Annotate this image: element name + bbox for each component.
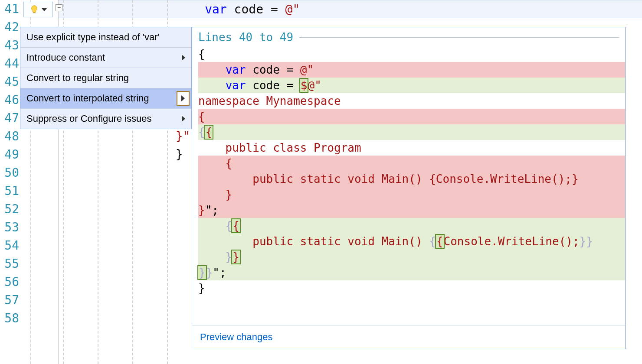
preview-body: { var code = @" var code = $@"namespace … (192, 46, 625, 325)
menu-item[interactable]: Suppress or Configure issues (20, 109, 191, 129)
preview-header: Lines 40 to 49 (192, 27, 625, 46)
preview-line: { (198, 156, 625, 171)
menu-item[interactable]: Convert to regular string (20, 68, 191, 88)
preview-line: var code = $@" (198, 78, 625, 93)
line-number: 46 (0, 91, 22, 109)
preview-line: {{ (198, 218, 625, 234)
preview-line: }}"; (198, 265, 625, 280)
code-line-41[interactable]: var code = @" (59, 0, 642, 18)
menu-item-label: Convert to interpolated string (26, 93, 149, 104)
outline-collapse-icon[interactable]: − (56, 4, 62, 11)
preview-line: { (198, 109, 625, 124)
line-number: 56 (0, 273, 22, 291)
preview-line: { (198, 46, 625, 62)
preview-line: {{ (198, 124, 625, 140)
line-number: 44 (0, 55, 22, 73)
line-number: 52 (0, 200, 22, 218)
line-number: 41 (0, 0, 22, 18)
preview-line: public static void Main() {Console.Write… (198, 171, 625, 187)
preview-header-text: Lines 40 to 49 (198, 31, 293, 44)
menu-item-label: Use explicit type instead of 'var' (26, 32, 160, 43)
menu-item[interactable]: Introduce constant (20, 48, 191, 68)
line-number: 48 (0, 127, 22, 146)
submenu-arrow-icon (177, 91, 190, 106)
submenu-arrow-icon (182, 55, 185, 61)
preview-line: public class Program (198, 140, 625, 156)
preview-line: } (198, 187, 625, 202)
preview-line: public static void Main() {{Console.Writ… (198, 234, 625, 249)
line-number: 47 (0, 109, 22, 127)
lightbulb-button[interactable] (23, 2, 53, 17)
quick-actions-menu: Use explicit type instead of 'var'Introd… (20, 27, 192, 129)
line-number: 54 (0, 237, 22, 255)
line-number: 43 (0, 36, 22, 55)
preview-line: }} (198, 249, 625, 265)
menu-item[interactable]: Convert to interpolated string (20, 88, 191, 109)
preview-line: namespace Mynamespace (198, 93, 625, 109)
submenu-arrow-icon (182, 116, 185, 122)
menu-item-label: Convert to regular string (26, 72, 129, 84)
menu-item-label: Suppress or Configure issues (26, 113, 152, 124)
preview-changes-link[interactable]: Preview changes (192, 325, 625, 349)
preview-line: } (198, 280, 625, 296)
line-number: 45 (0, 73, 22, 91)
lightbulb-icon (29, 5, 39, 14)
menu-item-label: Introduce constant (26, 52, 105, 63)
line-number: 58 (0, 309, 22, 328)
preview-panel: Lines 40 to 49 { var code = @" var code … (192, 27, 626, 349)
line-number-gutter: 414243444546474849505152535455565758 (0, 0, 22, 364)
line-number: 51 (0, 182, 22, 200)
chevron-down-icon (42, 8, 47, 11)
line-number: 53 (0, 218, 22, 237)
line-number: 49 (0, 146, 22, 164)
svg-rect-0 (33, 12, 36, 13)
line-number: 55 (0, 255, 22, 273)
line-number: 50 (0, 164, 22, 182)
line-number: 42 (0, 18, 22, 36)
preview-line: var code = @" (198, 62, 625, 78)
preview-line: }"; (198, 202, 625, 218)
menu-item[interactable]: Use explicit type instead of 'var' (20, 27, 191, 48)
line-number: 57 (0, 291, 22, 309)
